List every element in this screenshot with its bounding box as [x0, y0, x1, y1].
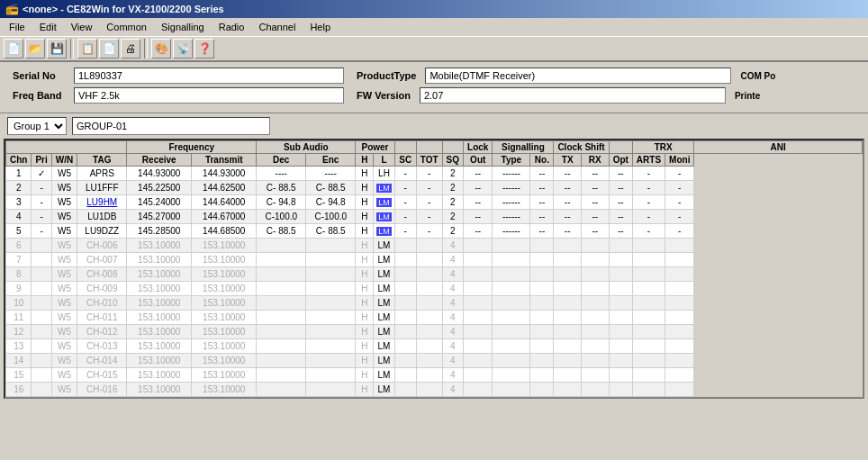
cell-type: [493, 253, 530, 267]
group-select[interactable]: Group 1 Group 2 Group 3: [7, 117, 67, 135]
save-button[interactable]: 💾: [47, 39, 67, 59]
table-row[interactable]: 15 W5 CH-015 153.10000 153.10000 H LM 4: [6, 368, 863, 383]
menu-signalling[interactable]: Signalling: [154, 20, 212, 34]
cell-sc: -: [394, 181, 416, 195]
cell-arts: -: [632, 210, 665, 224]
serial-value[interactable]: [74, 68, 344, 84]
table-row[interactable]: 2 - W5 LU1FFF 145.22500 144.62500 C- 88.…: [6, 181, 863, 195]
header-trx: TRX: [632, 141, 694, 154]
cell-sq: 2: [442, 224, 463, 239]
table-row[interactable]: 14 W5 CH-014 153.10000 153.10000 H LM 4: [6, 354, 863, 368]
table-row[interactable]: 16 W5 CH-016 153.10000 153.10000 H LM 4: [6, 383, 863, 397]
cell-tx: [554, 282, 582, 296]
group-name[interactable]: [72, 117, 270, 135]
cell-transmit: 144.64000: [192, 195, 257, 210]
main-table-container[interactable]: Frequency Sub Audio Power Lock Signallin…: [4, 139, 864, 399]
table-row[interactable]: 11 W5 CH-011 153.10000 153.10000 H LM 4: [6, 311, 863, 325]
cell-tx: [554, 253, 582, 267]
cell-tag: APRS: [77, 167, 127, 181]
cell-no: --: [530, 224, 554, 239]
copy-button[interactable]: 📋: [77, 39, 97, 59]
cell-moni: -: [665, 224, 694, 239]
cell-h: H: [356, 339, 374, 354]
col-sc: SC: [394, 154, 416, 167]
toolbar-separator-2: [144, 39, 148, 59]
cell-tot: -: [416, 210, 442, 224]
table-row[interactable]: 4 - W5 LU1DB 145.27000 144.67000 C-100.0…: [6, 210, 863, 224]
freqband-value[interactable]: [74, 87, 344, 104]
cell-chn: 3: [6, 195, 32, 210]
cell-enc: [306, 282, 356, 296]
table-row[interactable]: 6 W5 CH-006 153.10000 153.10000 H LM 4: [6, 239, 863, 253]
cell-h: H: [356, 368, 374, 383]
table-row[interactable]: 12 W5 CH-012 153.10000 153.10000 H LM 4: [6, 325, 863, 339]
cell-receive: 153.10000: [127, 311, 192, 325]
cell-rx: --: [582, 210, 610, 224]
cell-l: LM: [374, 368, 395, 383]
cell-h: H: [356, 239, 374, 253]
cell-out: [464, 325, 493, 339]
table-row[interactable]: 9 W5 CH-009 153.10000 153.10000 H LM 4: [6, 282, 863, 296]
col-tag: TAG: [77, 154, 127, 167]
table-row[interactable]: 13 W5 CH-013 153.10000 153.10000 H LM 4: [6, 339, 863, 354]
cell-opt: --: [609, 224, 632, 239]
cell-enc: [306, 339, 356, 354]
cell-arts: [632, 282, 665, 296]
table-row[interactable]: 7 W5 CH-007 153.10000 153.10000 H LM 4: [6, 253, 863, 267]
cell-rx: [582, 325, 610, 339]
menu-help[interactable]: Help: [303, 20, 338, 34]
radio-button[interactable]: 📡: [173, 39, 193, 59]
header-clockshift: Clock Shift: [554, 141, 609, 154]
cell-moni: [665, 296, 694, 311]
cell-transmit: 144.93000: [192, 167, 257, 181]
menu-file[interactable]: File: [2, 20, 32, 34]
table-row[interactable]: 10 W5 CH-010 153.10000 153.10000 H LM 4: [6, 296, 863, 311]
cell-sq: 4: [442, 296, 463, 311]
menu-radio[interactable]: Radio: [212, 20, 252, 34]
cell-dec: [257, 253, 306, 267]
menu-edit[interactable]: Edit: [32, 20, 64, 34]
cell-wn: W5: [51, 368, 77, 383]
paste-button[interactable]: 📄: [99, 39, 119, 59]
col-enc: Enc: [306, 154, 356, 167]
menu-common[interactable]: Common: [99, 20, 154, 34]
color-button[interactable]: 🎨: [151, 39, 171, 59]
cell-sq: 2: [442, 195, 463, 210]
menu-channel[interactable]: Channel: [251, 20, 303, 34]
col-sq: SQ: [442, 154, 463, 167]
cell-wn: W5: [51, 311, 77, 325]
table-row[interactable]: 5 - W5 LU9DZZ 145.28500 144.68500 C- 88.…: [6, 224, 863, 239]
cell-tx: [554, 354, 582, 368]
cell-opt: [609, 339, 632, 354]
cell-chn: 10: [6, 296, 32, 311]
cell-tx: [554, 239, 582, 253]
cell-tot: [416, 339, 442, 354]
cell-enc: [306, 239, 356, 253]
cell-out: --: [464, 195, 493, 210]
table-row[interactable]: 1 ✓ W5 APRS 144.93000 144.93000 ---- ---…: [6, 167, 863, 181]
cell-pri: -: [32, 181, 51, 195]
new-button[interactable]: 📄: [4, 39, 23, 59]
help-button[interactable]: ❓: [194, 39, 214, 59]
cell-moni: [665, 354, 694, 368]
cell-no: [530, 311, 554, 325]
cell-tot: -: [416, 195, 442, 210]
cell-arts: -: [632, 195, 665, 210]
producttype-value[interactable]: [425, 68, 731, 84]
cell-opt: [609, 383, 632, 397]
cell-tx: [554, 325, 582, 339]
freqband-row: Freq Band: [7, 87, 344, 104]
open-button[interactable]: 📂: [25, 39, 45, 59]
table-row[interactable]: 3 - W5 LU9HM 145.24000 144.64000 C- 94.8…: [6, 195, 863, 210]
cell-tag: CH-010: [77, 296, 127, 311]
cell-opt: --: [609, 167, 632, 181]
cell-type: ------: [493, 210, 530, 224]
print-button[interactable]: 🖨: [121, 39, 140, 59]
menu-view[interactable]: View: [64, 20, 100, 34]
cell-sc: [394, 325, 416, 339]
table-row[interactable]: 8 W5 CH-008 153.10000 153.10000 H LM 4: [6, 267, 863, 282]
cell-arts: [632, 267, 665, 282]
cell-sc: [394, 354, 416, 368]
fwversion-value[interactable]: [420, 87, 726, 104]
header-tot: [416, 141, 442, 154]
